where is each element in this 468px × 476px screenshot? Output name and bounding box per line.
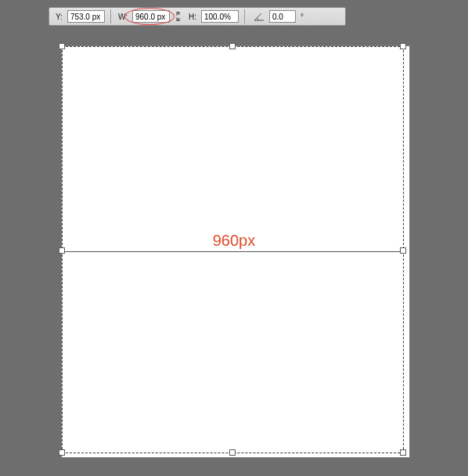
- width-guide-line: [63, 251, 403, 252]
- y-input[interactable]: [67, 10, 105, 23]
- h-input[interactable]: [201, 10, 239, 23]
- y-label: Y:: [56, 13, 63, 21]
- transform-handle-bottom-left[interactable]: [59, 449, 65, 456]
- transform-handle-bottom-middle[interactable]: [229, 449, 236, 456]
- width-annotation-label: 960px: [0, 232, 468, 250]
- link-aspect-icon[interactable]: [173, 10, 184, 23]
- h-label: H:: [189, 13, 196, 21]
- transform-handle-top-left[interactable]: [59, 43, 65, 49]
- angle-unit: °: [301, 13, 304, 21]
- transform-handle-middle-right[interactable]: [400, 247, 406, 254]
- transform-handle-bottom-right[interactable]: [400, 449, 406, 456]
- separator: [110, 9, 111, 23]
- separator: [244, 9, 245, 23]
- transform-handle-middle-left[interactable]: [59, 247, 65, 254]
- w-field-wrap: [132, 10, 170, 23]
- w-input[interactable]: [132, 10, 170, 23]
- transform-handle-top-right[interactable]: [400, 43, 406, 49]
- w-label: W:: [118, 13, 128, 21]
- transform-handle-top-middle[interactable]: [229, 43, 236, 49]
- angle-input[interactable]: [269, 10, 296, 23]
- angle-icon: [252, 10, 266, 23]
- transform-options-bar: Y: W: H: °: [49, 7, 346, 26]
